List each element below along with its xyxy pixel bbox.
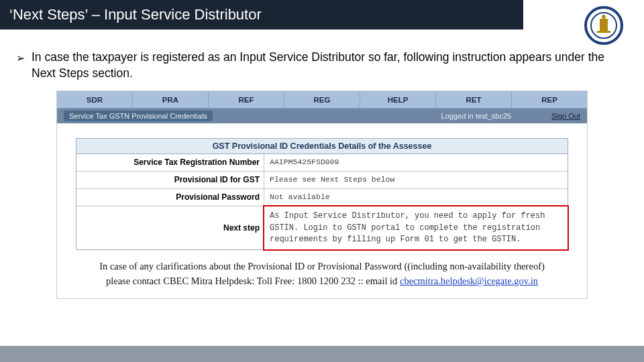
helpdesk-email-link[interactable]: cbecmitra.helpdesk@icegate.gov.in	[400, 276, 538, 286]
panel-header: GST Provisional ID Credentials Details o…	[76, 138, 568, 154]
table-row: Provisional ID for GST Please see Next S…	[76, 172, 568, 189]
slide-footer-bar	[0, 346, 644, 362]
details-table: Service Tax Registration Number AAIPM542…	[76, 154, 568, 250]
bullet-text: In case the taxpayer is registered as an…	[32, 50, 628, 81]
app-screenshot: SDR PRA REF REG HELP RET REP Service Tax…	[56, 90, 588, 299]
nav-tab-sdr[interactable]: SDR	[57, 91, 133, 108]
table-row: Next step As Input Service Distributor, …	[76, 206, 568, 249]
value-provisional-password: Not available	[264, 189, 568, 206]
breadcrumb: Service Tax GSTN Provisional Credentials	[64, 111, 213, 121]
value-provisional-id: Please see Next Steps below	[264, 172, 568, 188]
label-provisional-id: Provisional ID for GST	[76, 172, 264, 188]
footnote-line2: please contact CBEC Mitra Helpdesk: Toll…	[106, 276, 400, 286]
cbec-logo	[584, 5, 624, 46]
nav-tabs: SDR PRA REF REG HELP RET REP	[57, 91, 587, 109]
helpdesk-note: In case of any clarifications about the …	[76, 259, 568, 289]
nav-tab-rep[interactable]: REP	[512, 91, 587, 108]
logged-in-user: Logged in test_sbc25	[441, 112, 512, 120]
label-provisional-password: Provisional Password	[76, 189, 264, 206]
table-row: Service Tax Registration Number AAIPM542…	[76, 154, 568, 172]
label-next-step: Next step	[76, 206, 264, 249]
value-reg-number: AAIPM5425FSD009	[264, 154, 568, 171]
nav-tab-help[interactable]: HELP	[360, 91, 436, 108]
svg-rect-3	[597, 31, 610, 33]
slide-title: ‘Next Steps’ – Input Service Distributor	[0, 0, 523, 29]
next-step-highlight: As Input Service Distributor, you need t…	[263, 205, 569, 251]
bullet-arrow-icon: ➢	[16, 51, 25, 66]
value-next-step: As Input Service Distributor, you need t…	[270, 210, 562, 245]
nav-tab-pra[interactable]: PRA	[133, 91, 209, 108]
footnote-line1: In case of any clarifications about the …	[99, 261, 545, 272]
svg-point-4	[602, 15, 606, 19]
nav-tab-ref[interactable]: REF	[209, 91, 284, 108]
nav-tab-ret[interactable]: RET	[436, 91, 512, 108]
svg-rect-2	[600, 19, 608, 31]
table-row: Provisional Password Not available	[76, 189, 568, 206]
status-bar: Service Tax GSTN Provisional Credentials…	[57, 109, 587, 123]
label-reg-number: Service Tax Registration Number	[76, 154, 264, 171]
nav-tab-reg[interactable]: REG	[284, 91, 360, 108]
sign-out-link[interactable]: Sign Out	[551, 112, 580, 120]
bullet-row: ➢ In case the taxpayer is registered as …	[16, 50, 628, 81]
